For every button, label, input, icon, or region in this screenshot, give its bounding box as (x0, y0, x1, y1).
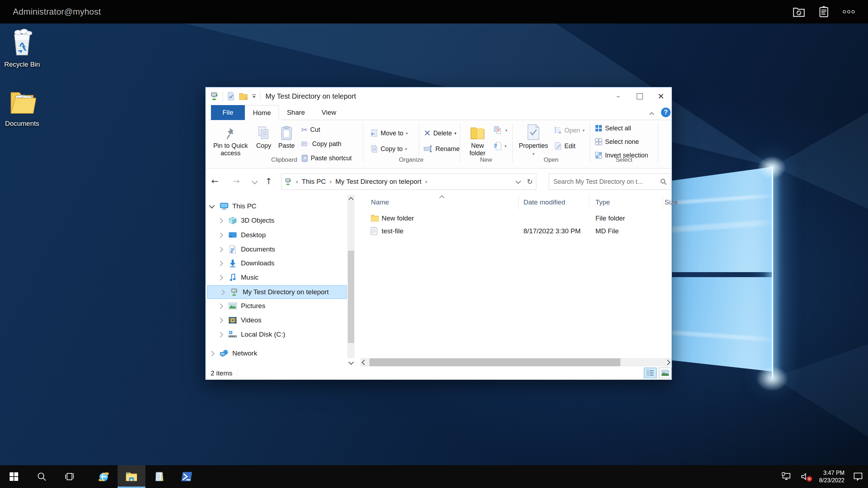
breadcrumb-chevron-icon[interactable]: › (326, 178, 335, 185)
copy-button[interactable]: Copy (253, 122, 275, 150)
more-options-icon[interactable] (842, 5, 855, 18)
select-none-button[interactable]: Select none (595, 136, 639, 147)
powershell-taskbar-button[interactable] (173, 465, 201, 488)
new-folder-quick-icon[interactable] (239, 92, 248, 100)
open-icon (554, 126, 562, 134)
copy-path-button[interactable]: Copy path (301, 139, 341, 149)
details-view-toggle[interactable] (644, 368, 657, 378)
taskbar-clock[interactable]: 3:47 PM 8/23/2022 (819, 469, 844, 484)
clipboard-icon[interactable] (817, 5, 830, 18)
address-bar[interactable]: › This PC › My Test Directory on telepor… (281, 173, 536, 190)
search-box[interactable] (549, 173, 671, 190)
tree-item-pictures[interactable]: Pictures (206, 299, 347, 313)
tree-item-desktop[interactable]: Desktop (206, 228, 347, 242)
address-dropdown-icon[interactable] (513, 174, 523, 190)
list-horizontal-scrollbar[interactable] (360, 358, 672, 367)
select-all-button[interactable]: Select all (595, 123, 631, 134)
column-header-size[interactable]: Size (665, 198, 678, 206)
back-icon[interactable]: ← (211, 175, 218, 188)
scroll-right-icon[interactable] (665, 360, 671, 365)
new-folder-button[interactable]: Newfolder (464, 122, 491, 157)
pin-to-quick-access-button[interactable]: Pin to Quickaccess (209, 122, 252, 157)
chevron-collapsed-icon[interactable] (218, 303, 223, 309)
desktop-icon-recycle-bin[interactable]: Recycle Bin (1, 26, 43, 68)
minimize-ribbon-icon[interactable] (649, 109, 655, 117)
move-to-button[interactable]: Move to▾ (370, 128, 408, 139)
properties-quick-icon[interactable] (227, 92, 235, 101)
taskbar-search-button[interactable] (28, 465, 56, 488)
up-icon[interactable]: ↑ (265, 175, 272, 188)
tab-home[interactable]: Home (245, 105, 279, 120)
edit-button[interactable]: Edit (554, 141, 575, 151)
breadcrumb-current-folder[interactable]: My Test Directory on teleport (335, 178, 421, 186)
file-row-new-folder[interactable]: New folder File folder (360, 212, 672, 225)
open-button[interactable]: Open▾ (554, 125, 585, 136)
notepad-taskbar-button[interactable] (145, 465, 173, 488)
title-bar[interactable]: My Test Directory on teleport – ✕ (206, 87, 672, 105)
file-transfer-icon[interactable] (792, 5, 805, 18)
recent-locations-caret-icon[interactable] (252, 178, 258, 185)
minimize-button[interactable]: – (608, 87, 629, 105)
help-icon[interactable]: ? (661, 108, 671, 117)
breadcrumb-this-pc[interactable]: This PC (302, 178, 326, 186)
copy-to-button[interactable]: Copy to▾ (370, 144, 407, 154)
tree-item-this-pc[interactable]: This PC (206, 199, 347, 213)
chevron-expanded-icon[interactable] (209, 203, 215, 208)
properties-button[interactable]: Properties▾ (516, 122, 551, 158)
column-header-type[interactable]: Type (595, 198, 610, 206)
maximize-button[interactable] (629, 87, 650, 105)
column-header-name[interactable]: Name (371, 198, 389, 206)
tree-item-3d-objects[interactable]: 3D Objects (206, 214, 347, 227)
tree-item-local-disk-c[interactable]: Local Disk (C:) (206, 328, 347, 341)
tab-file[interactable]: File (211, 105, 245, 120)
tab-share[interactable]: Share (279, 105, 313, 120)
cut-button[interactable]: ✂ Cut (301, 124, 320, 135)
chevron-collapsed-icon[interactable] (218, 275, 223, 280)
start-button[interactable] (0, 465, 28, 488)
large-icons-view-toggle[interactable] (659, 368, 672, 378)
scroll-up-icon[interactable] (348, 197, 353, 202)
network-tray-icon[interactable] (781, 472, 792, 481)
ribbon-tabs: File Home Share View (206, 105, 672, 120)
task-view-button[interactable] (56, 465, 83, 488)
action-center-icon[interactable] (853, 472, 863, 481)
chevron-collapsed-icon[interactable] (218, 232, 223, 238)
breadcrumb-chevron-icon[interactable]: › (422, 178, 431, 185)
chevron-collapsed-icon[interactable] (209, 351, 215, 356)
chevron-collapsed-icon[interactable] (218, 260, 223, 266)
file-explorer-taskbar-button[interactable] (118, 465, 145, 488)
chevron-collapsed-icon[interactable] (218, 246, 223, 252)
scroll-left-icon[interactable] (362, 360, 367, 365)
tree-item-documents[interactable]: Documents (206, 243, 347, 256)
forward-icon[interactable]: → (233, 175, 240, 188)
new-item-button[interactable]: ▾ (494, 125, 507, 136)
column-header-date-modified[interactable]: Date modified (523, 198, 565, 206)
refresh-icon[interactable]: ↻ (523, 174, 536, 190)
tab-view[interactable]: View (313, 105, 345, 120)
tree-item-downloads[interactable]: Downloads (206, 256, 347, 270)
file-row-test-file[interactable]: test-file 8/17/2022 3:30 PM MD File (360, 225, 672, 238)
chevron-collapsed-icon[interactable] (218, 218, 223, 223)
volume-muted-tray-icon[interactable]: ✕ (801, 472, 811, 481)
tree-item-music[interactable]: Music (206, 271, 347, 284)
tree-item-my-test-directory[interactable]: My Test Directory on teleport (207, 285, 347, 299)
easy-access-button[interactable]: ▾ (494, 141, 507, 151)
chevron-collapsed-icon[interactable] (218, 317, 223, 323)
scrollbar-thumb[interactable] (370, 358, 620, 366)
search-icon[interactable] (660, 178, 667, 185)
desktop-icon-documents[interactable]: Documents (1, 87, 43, 128)
rename-button[interactable]: Rename (424, 144, 460, 154)
search-input[interactable] (549, 178, 659, 186)
tree-scroll-down-icon[interactable] (348, 359, 354, 365)
tree-scrollbar[interactable] (347, 195, 355, 358)
scrollbar-thumb[interactable] (348, 251, 354, 343)
paste-button[interactable]: Paste (275, 122, 298, 150)
delete-button[interactable]: ✕ Delete▾ (424, 128, 456, 139)
chevron-collapsed-icon[interactable] (218, 332, 223, 337)
close-button[interactable]: ✕ (650, 87, 672, 105)
chevron-collapsed-icon[interactable] (219, 289, 225, 295)
breadcrumb-chevron-icon[interactable]: › (292, 178, 302, 185)
customize-toolbar-caret-icon[interactable] (252, 94, 257, 98)
tree-item-videos[interactable]: Videos (206, 313, 347, 327)
internet-explorer-button[interactable] (90, 465, 118, 488)
